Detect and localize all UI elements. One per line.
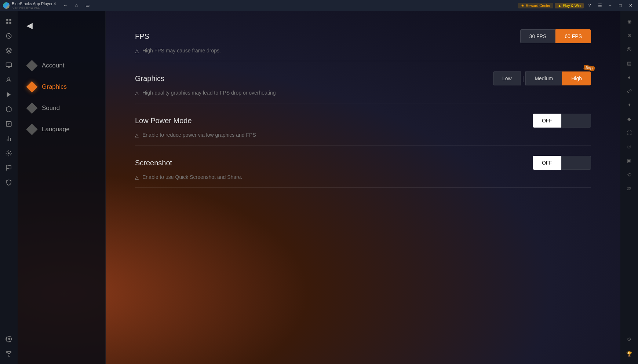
- nav-icon-2[interactable]: [2, 29, 15, 43]
- svg-marker-7: [7, 92, 11, 97]
- right-icon-13[interactable]: ⚖: [623, 182, 636, 195]
- right-icon-11[interactable]: ▣: [623, 154, 636, 167]
- graphics-low-button[interactable]: Low: [493, 71, 521, 85]
- language-label: Language: [42, 126, 70, 133]
- fps-60-button[interactable]: 60 FPS: [555, 29, 591, 43]
- nav-icon-6[interactable]: [2, 88, 15, 101]
- sidebar-item-sound[interactable]: Sound: [18, 98, 105, 119]
- graphics-setting-label: Graphics: [135, 74, 164, 83]
- screenshot-controls: OFF: [533, 156, 591, 170]
- settings-content: FPS 30 FPS 60 FPS △ High FPS may cause f…: [106, 11, 620, 364]
- sidebar-item-account[interactable]: Account: [18, 55, 105, 76]
- warning-icon-fps: △: [135, 48, 139, 54]
- screenshot-row: Screenshot OFF: [135, 156, 591, 170]
- right-icon-3[interactable]: ☹: [623, 43, 636, 56]
- low-power-controls: OFF: [533, 114, 591, 128]
- close-button[interactable]: ✕: [626, 1, 635, 10]
- nav-icon-4[interactable]: [2, 59, 15, 72]
- sidebar-item-graphics[interactable]: Graphics: [18, 76, 105, 98]
- sound-label: Sound: [42, 104, 60, 112]
- help-button[interactable]: ?: [585, 1, 594, 10]
- divider: |: [521, 75, 526, 82]
- right-icon-1[interactable]: ◉: [623, 15, 636, 28]
- warning-icon-low-power: △: [135, 132, 139, 138]
- menu-button[interactable]: ☰: [595, 1, 604, 10]
- screenshot-dark-area: [561, 156, 591, 170]
- low-power-dark-area: [561, 114, 591, 128]
- low-power-section: Low Power Mode OFF △ Enable to reduce po…: [135, 114, 591, 146]
- nav-icon-9[interactable]: [2, 132, 15, 145]
- svg-point-11: [8, 338, 10, 340]
- back-titlebar-button[interactable]: ←: [61, 1, 70, 10]
- low-power-hint: △ Enable to reduce power via low graphic…: [135, 132, 591, 138]
- nav-icon-10[interactable]: [2, 147, 15, 160]
- graphics-medium-button[interactable]: Medium: [525, 71, 562, 85]
- graphics-hint: △ High-quality graphics may lead to FPS …: [135, 90, 591, 96]
- svg-rect-1: [10, 19, 11, 21]
- right-icon-2[interactable]: ⊛: [623, 29, 636, 42]
- nav-icon-12[interactable]: [2, 176, 15, 189]
- left-navbar: [0, 11, 18, 364]
- account-icon: [26, 60, 37, 71]
- nav-trophy-icon[interactable]: [2, 347, 15, 360]
- right-icon-7[interactable]: ✦: [623, 98, 636, 111]
- svg-point-6: [8, 78, 10, 80]
- nav-icon-7[interactable]: [2, 103, 15, 116]
- fps-label: FPS: [135, 32, 149, 41]
- sound-icon: [26, 102, 37, 114]
- nav-icon-3[interactable]: [2, 44, 15, 57]
- home-titlebar-button[interactable]: ⌂: [72, 1, 81, 10]
- titlebar-right: ★ Reward Center ▲ Play & Win ? ☰ − □ ✕: [518, 1, 638, 10]
- fps-30-button[interactable]: 30 FPS: [520, 29, 556, 43]
- right-icon-8[interactable]: ◆: [623, 112, 636, 125]
- right-icon-6[interactable]: ☍: [623, 84, 636, 98]
- minimize-button[interactable]: −: [606, 1, 615, 10]
- graphics-high-button[interactable]: High: [562, 71, 591, 85]
- svg-rect-3: [10, 22, 11, 24]
- svg-rect-5: [6, 63, 12, 67]
- back-button[interactable]: ◀: [22, 18, 37, 33]
- low-power-label: Low Power Mode: [135, 117, 192, 125]
- svg-point-9: [8, 152, 10, 154]
- right-icon-4[interactable]: ▤: [623, 56, 636, 70]
- right-sidebar: ◉ ⊛ ☹ ▤ ♠ ☍ ✦ ◆ ⛶ ♾ ▣ ✆ ⚖ ⚙ 🏆: [620, 11, 638, 364]
- nav-icon-1[interactable]: [2, 15, 15, 28]
- right-icon-9[interactable]: ⛶: [623, 126, 636, 139]
- account-label: Account: [42, 62, 64, 69]
- play-win-button[interactable]: ▲ Play & Win: [555, 3, 584, 8]
- graphics-high-wrapper: Best High: [562, 71, 591, 85]
- right-trophy-icon[interactable]: 🏆: [623, 347, 636, 360]
- settings-sidebar: Account Graphics Sound Language: [18, 11, 106, 364]
- language-icon: [26, 124, 37, 135]
- right-settings-icon[interactable]: ⚙: [623, 332, 636, 346]
- titlebar-left: BlueStacks App Player 4 5.13.200.1014 P6…: [0, 1, 92, 10]
- graphics-controls: Low | Medium Best High: [493, 71, 591, 85]
- nav-icon-11[interactable]: [2, 161, 15, 174]
- reward-center-button[interactable]: ★ Reward Center: [518, 3, 553, 8]
- nav-settings-icon[interactable]: [2, 332, 15, 346]
- maximize-button[interactable]: □: [616, 1, 625, 10]
- app-version: 5.13.200.1014 P64: [12, 6, 56, 10]
- graphics-row: Graphics Low | Medium Best High: [135, 71, 591, 85]
- warning-icon-graphics: △: [135, 90, 139, 96]
- right-icon-5[interactable]: ♠: [623, 70, 636, 84]
- screenshot-section: Screenshot OFF △ Enable to use Quick Scr…: [135, 156, 591, 188]
- svg-rect-0: [6, 19, 8, 21]
- low-power-off-button[interactable]: OFF: [533, 114, 561, 128]
- nav-icon-5[interactable]: [2, 73, 15, 87]
- screenshot-hint: △ Enable to use Quick Screenshot and Sha…: [135, 174, 591, 180]
- graphics-icon: [26, 81, 37, 92]
- right-icon-10[interactable]: ♾: [623, 140, 636, 153]
- sidebar-item-language[interactable]: Language: [18, 119, 105, 140]
- fps-hint: △ High FPS may cause frame drops.: [135, 48, 591, 54]
- nav-icon-8[interactable]: [2, 117, 15, 130]
- fps-section: FPS 30 FPS 60 FPS △ High FPS may cause f…: [135, 29, 591, 61]
- fps-row: FPS 30 FPS 60 FPS: [135, 29, 591, 43]
- best-badge: Best: [583, 65, 595, 71]
- app-logo: [3, 2, 10, 9]
- screenshot-off-button[interactable]: OFF: [533, 156, 561, 170]
- screenshot-titlebar-button[interactable]: ▭: [83, 1, 92, 10]
- graphics-section: Graphics Low | Medium Best High △ High-q…: [135, 71, 591, 103]
- right-icon-12[interactable]: ✆: [623, 168, 636, 181]
- svg-rect-2: [6, 22, 8, 24]
